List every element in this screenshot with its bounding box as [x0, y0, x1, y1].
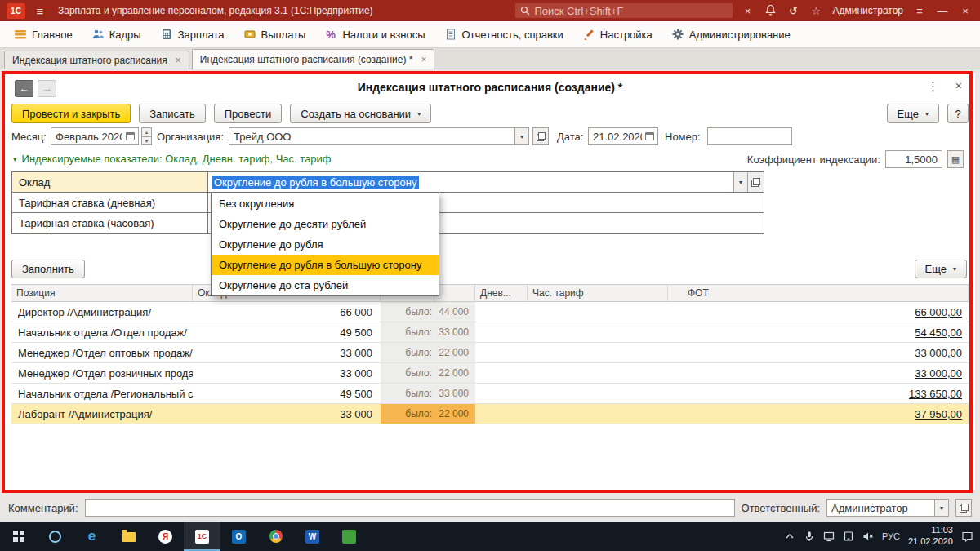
indicator-rounding-combo[interactable]: Округление до рубля в большую сторону ▾ — [208, 172, 764, 192]
display-icon[interactable] — [823, 531, 835, 542]
cell-fot[interactable]: 37 950,00 — [668, 404, 969, 424]
history-icon[interactable]: ↺ — [785, 5, 801, 17]
tab-indexation-list[interactable]: Индексация штатного расписания × — [4, 51, 189, 69]
menu-item-glavnoe[interactable]: Главное — [5, 21, 82, 47]
cell-hourly[interactable] — [528, 343, 668, 362]
forward-arrow-button[interactable]: → — [38, 80, 56, 97]
responsible-open-button[interactable] — [956, 499, 972, 517]
menu-item-administrirovanie[interactable]: Администрирование — [662, 21, 800, 47]
coefficient-field[interactable]: 1,5000 — [885, 150, 942, 168]
search-close-icon[interactable]: × — [739, 5, 755, 17]
cell-daily[interactable] — [475, 404, 528, 424]
responsible-combo[interactable]: Администратор ▾ — [826, 499, 949, 517]
table-row[interactable]: Директор /Администрация/ 66 000 было: 44… — [11, 302, 969, 322]
menu-item-vyplaty[interactable]: Выплаты — [234, 21, 316, 47]
menu-item-kadry[interactable]: Кадры — [82, 21, 151, 47]
1c-app-button[interactable]: 1С — [184, 522, 220, 551]
form-kebab-icon[interactable]: ⋮ — [927, 79, 939, 94]
collapse-chevron-icon[interactable]: ▾ — [13, 155, 17, 163]
tab-close-icon[interactable]: × — [421, 54, 426, 65]
cell-daily[interactable] — [475, 343, 528, 362]
cell-fot[interactable]: 133 650,00 — [668, 384, 969, 403]
form-close-icon[interactable]: × — [956, 79, 962, 92]
green-app-button[interactable] — [331, 522, 368, 551]
table-row[interactable]: Менеджер /Отдел оптовых продаж/ 33 000 б… — [11, 343, 969, 363]
indicator-name-cell[interactable]: Тарифная ставка (часовая) — [12, 213, 208, 233]
chrome-button[interactable] — [257, 522, 294, 551]
cell-fot[interactable]: 54 450,00 — [668, 322, 969, 342]
rounding-open-button[interactable] — [747, 172, 764, 192]
menu-item-nalogi[interactable]: % Налоги и взносы — [315, 21, 434, 47]
word-button[interactable]: W — [294, 522, 331, 551]
help-button[interactable]: ? — [947, 104, 969, 123]
post-button[interactable]: Провести — [214, 104, 283, 123]
menu-item-otchetnost[interactable]: Отчетность, справки — [435, 21, 573, 47]
post-and-close-button[interactable]: Провести и закрыть — [11, 104, 131, 123]
cortana-button[interactable] — [37, 522, 74, 551]
cell-hourly[interactable] — [528, 302, 668, 322]
comment-input[interactable] — [90, 502, 734, 514]
spin-down-icon[interactable]: ▾ — [142, 137, 151, 145]
cell-position[interactable]: Менеджер /Отдел розничных продаж/ — [11, 363, 193, 383]
cell-hourly[interactable] — [528, 404, 668, 424]
microphone-icon[interactable] — [804, 531, 815, 542]
cell-hourly[interactable] — [528, 322, 668, 342]
combo-dropdown-icon[interactable]: ▾ — [733, 172, 747, 192]
table-row[interactable]: Начальник отдела /Региональный с... 49 5… — [11, 384, 969, 404]
header-fot[interactable]: ФОТ — [668, 285, 969, 301]
fill-button[interactable]: Заполнить — [11, 260, 85, 278]
header-position[interactable]: Позиция — [11, 285, 193, 301]
indicator-name-cell[interactable]: Тарифная ставка (дневная) — [12, 193, 208, 212]
current-user[interactable]: Администратор — [832, 5, 903, 16]
calendar-icon[interactable] — [126, 132, 135, 140]
indicators-group-header[interactable]: ▾ Индексируемые показатели: Оклад, Дневн… — [13, 153, 332, 165]
cell-daily[interactable] — [475, 384, 528, 403]
cell-hourly[interactable] — [528, 363, 668, 383]
date-field[interactable]: 21.02.2020 — [588, 127, 658, 145]
tab-close-icon[interactable]: × — [176, 55, 181, 66]
favorites-star-icon[interactable]: ☆ — [808, 5, 824, 17]
menu-item-nastroyka[interactable]: Настройка — [573, 21, 662, 47]
cell-daily[interactable] — [475, 363, 528, 383]
cell-position[interactable]: Начальник отдела /Отдел продаж/ — [11, 322, 193, 342]
minimize-button[interactable]: — — [934, 5, 951, 17]
month-field[interactable]: Февраль 2020 — [51, 127, 139, 145]
organization-open-button[interactable] — [532, 127, 549, 145]
outlook-button[interactable]: O — [220, 522, 257, 551]
coefficient-calc-button[interactable]: ▦ — [947, 150, 964, 168]
language-indicator[interactable]: РУС — [882, 531, 900, 541]
explorer-button[interactable] — [110, 522, 147, 551]
menu-item-zarplata[interactable]: Зарплата — [151, 21, 234, 47]
cell-fot[interactable]: 66 000,00 — [668, 302, 969, 322]
dropdown-option[interactable]: Округление до рубля — [212, 234, 439, 255]
back-arrow-button[interactable]: ← — [15, 80, 33, 97]
yandex-button[interactable]: Я — [147, 522, 184, 551]
number-input[interactable] — [712, 131, 791, 143]
tab-indexation-create[interactable]: Индексация штатного расписания (создание… — [192, 49, 435, 69]
month-stepper[interactable]: ▴ ▾ — [141, 127, 152, 145]
speaker-muted-icon[interactable] — [862, 531, 874, 542]
spin-up-icon[interactable]: ▴ — [142, 128, 151, 137]
calendar-icon[interactable] — [645, 132, 654, 140]
organization-combo[interactable]: Трейд ООО ▾ — [229, 127, 529, 145]
more-button[interactable]: Еще▾ — [887, 104, 939, 123]
combo-dropdown-icon[interactable]: ▾ — [514, 128, 528, 144]
cell-daily[interactable] — [475, 302, 528, 322]
tablet-icon[interactable] — [843, 531, 854, 542]
table-row[interactable]: Менеджер /Отдел розничных продаж/ 33 000… — [11, 363, 969, 384]
header-hourly[interactable]: Час. тариф — [528, 285, 668, 301]
cell-position[interactable]: Менеджер /Отдел оптовых продаж/ — [11, 343, 193, 362]
indicator-row-oklad[interactable]: Оклад Округление до рубля в большую стор… — [12, 172, 764, 193]
number-field[interactable] — [707, 127, 792, 145]
table-more-button[interactable]: Еще▾ — [915, 260, 967, 278]
service-menu-icon[interactable]: ≡ — [911, 5, 928, 17]
cell-fot[interactable]: 33 000,00 — [668, 343, 969, 362]
cell-salary[interactable]: 33 000 — [193, 363, 381, 383]
global-search[interactable] — [515, 3, 733, 18]
search-input[interactable] — [534, 5, 728, 17]
create-based-on-button[interactable]: Создать на основании▾ — [290, 104, 431, 123]
cell-salary[interactable]: 49 500 — [193, 384, 381, 403]
dropdown-option[interactable]: Без округления — [212, 193, 439, 214]
close-window-button[interactable]: × — [957, 5, 973, 17]
indicator-name-cell[interactable]: Оклад — [12, 172, 208, 192]
